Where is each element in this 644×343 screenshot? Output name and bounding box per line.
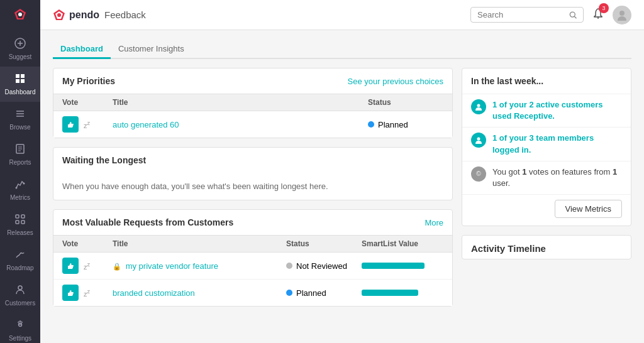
sidebar-item-roadmap[interactable]: Roadmap <box>0 242 40 278</box>
sidebar-item-browse[interactable]: Browse <box>0 102 40 137</box>
sidebar-item-suggest[interactable]: Suggest <box>0 31 40 67</box>
status-dot-planned <box>368 121 374 128</box>
svg-point-23 <box>18 286 22 290</box>
status-text: Planned <box>378 120 408 129</box>
votes-icon: © <box>476 170 480 178</box>
thumbs-up-button[interactable] <box>62 116 79 133</box>
lw-bold-1: 1 of your 3 team members logged in. <box>492 133 594 154</box>
brand-name: pendo <box>69 9 99 21</box>
releases-label: Releases <box>7 229 33 236</box>
header-pin-icon <box>53 9 65 21</box>
thumbs-up-button-0[interactable] <box>62 258 79 274</box>
metrics-icon <box>14 178 26 192</box>
pendo-pin-icon <box>13 8 27 21</box>
sleep-icon-0: zz <box>84 261 90 271</box>
thumbs-up-button-1[interactable] <box>62 285 79 301</box>
waiting-longest-message: When you have enough data, you'll see wh… <box>62 182 328 191</box>
most-valuable-row-0: zz 🔒 my private vendor feature Not Revie… <box>53 253 452 280</box>
status-dot-planned-1 <box>286 290 292 296</box>
svg-point-18 <box>23 183 25 185</box>
mv-smartlist-1 <box>362 290 443 296</box>
search-box[interactable] <box>470 7 584 23</box>
content-wrapper: Dashboard Customer Insights My Prioritie… <box>40 30 644 343</box>
main-area: pendo Feedback 3 <box>40 0 644 343</box>
last-week-link-1[interactable]: 1 of your 3 team members logged in. <box>492 133 594 154</box>
waiting-longest-header: Waiting the Longest <box>53 148 452 173</box>
settings-icon <box>14 319 26 333</box>
vote-cell: zz <box>62 116 113 133</box>
svg-point-27 <box>57 13 61 17</box>
last-week-title: In the last week... <box>471 76 543 86</box>
tab-dashboard[interactable]: Dashboard <box>53 40 111 59</box>
item-link-mv0[interactable]: my private vendor feature <box>126 261 218 271</box>
sidebar-nav: Suggest Dashboard Browse Reports Metrics <box>0 31 40 343</box>
last-week-text-0: 1 of your 2 active customers used Recept… <box>492 99 622 122</box>
smartlist-bar-0 <box>362 263 425 269</box>
my-priorities-title: My Priorities <box>62 76 115 86</box>
sidebar-item-metrics[interactable]: Metrics <box>0 172 40 207</box>
dashboard-label: Dashboard <box>5 89 36 95</box>
waiting-longest-body: When you have enough data, you'll see wh… <box>53 173 452 200</box>
pendo-logo <box>13 8 27 21</box>
my-priorities-row: zz auto generated 60 Planned <box>53 111 452 138</box>
brand-subtitle: Feedback <box>104 9 146 20</box>
mv-title-1: branded customization <box>113 288 286 298</box>
mv-col-status: Status <box>286 239 362 248</box>
settings-label: Settings <box>9 335 31 342</box>
svg-rect-7 <box>21 74 25 78</box>
sidebar-item-customers[interactable]: Customers <box>0 278 40 313</box>
item-link-auto60[interactable]: auto generated 60 <box>113 120 179 129</box>
view-metrics-button[interactable]: View Metrics <box>555 200 622 218</box>
member-avatar-1 <box>471 133 486 148</box>
customers-label: Customers <box>5 300 35 307</box>
mv-status-1: Planned <box>286 288 362 298</box>
svg-rect-22 <box>21 220 25 224</box>
browse-label: Browse <box>9 124 30 131</box>
reports-label: Reports <box>9 159 31 166</box>
two-col-layout: My Priorities See your previous choices … <box>53 68 631 307</box>
svg-point-2 <box>18 13 22 16</box>
last-week-item-1: 1 of your 3 team members logged in. <box>462 128 631 161</box>
status-cell: Planned <box>368 120 443 129</box>
svg-point-33 <box>477 104 480 107</box>
sidebar-item-releases[interactable]: Releases <box>0 207 40 242</box>
sidebar-item-settings[interactable]: Settings <box>0 313 40 343</box>
item-link-mv1[interactable]: branded customization <box>113 288 195 298</box>
user-avatar[interactable] <box>613 6 631 24</box>
last-week-card: In the last week... 1 of your 2 active c… <box>462 68 631 226</box>
sidebar-item-reports[interactable]: Reports <box>0 137 40 172</box>
mv-vote-0: zz <box>62 258 113 274</box>
roadmap-icon <box>14 249 26 263</box>
mv-title-0: 🔒 my private vendor feature <box>113 261 286 271</box>
lw-votes-bold1: 1 <box>522 167 526 177</box>
header-right: 3 <box>470 6 631 24</box>
title-cell: auto generated 60 <box>113 120 368 129</box>
search-input[interactable] <box>477 10 565 19</box>
last-week-text-1: 1 of your 3 team members logged in. <box>492 133 622 155</box>
last-week-link-0[interactable]: 1 of your 2 active customers used Recept… <box>492 100 603 121</box>
most-valuable-table-header: Vote Title Status SmartList Value <box>53 235 452 253</box>
tabs: Dashboard Customer Insights <box>53 40 631 59</box>
more-link[interactable]: More <box>425 218 443 227</box>
customer-avatar-0 <box>471 99 486 114</box>
sidebar-item-dashboard[interactable]: Dashboard <box>0 67 40 102</box>
view-metrics-container: View Metrics <box>462 195 631 226</box>
tab-customer-insights[interactable]: Customer Insights <box>111 40 192 59</box>
svg-point-28 <box>570 12 575 17</box>
mv-status-0: Not Reviewed <box>286 261 362 271</box>
mv-vote-1: zz <box>62 285 113 301</box>
mv-col-vote: Vote <box>62 239 113 248</box>
svg-line-29 <box>574 16 576 18</box>
see-previous-choices-link[interactable]: See your previous choices <box>348 77 443 86</box>
last-week-header: In the last week... <box>462 68 631 94</box>
col-status: Status <box>368 98 443 107</box>
customers-icon <box>14 284 26 298</box>
mv-col-title: Title <box>113 239 286 248</box>
notification-bell[interactable]: 3 <box>591 7 605 23</box>
lw-votes-bold2: 1 <box>613 167 617 177</box>
most-valuable-row-1: zz branded customization Planned <box>53 280 452 306</box>
col-title: Title <box>113 98 368 107</box>
metrics-label: Metrics <box>10 194 30 201</box>
my-priorities-card: My Priorities See your previous choices … <box>53 68 453 138</box>
smartlist-bar-1 <box>362 290 418 296</box>
